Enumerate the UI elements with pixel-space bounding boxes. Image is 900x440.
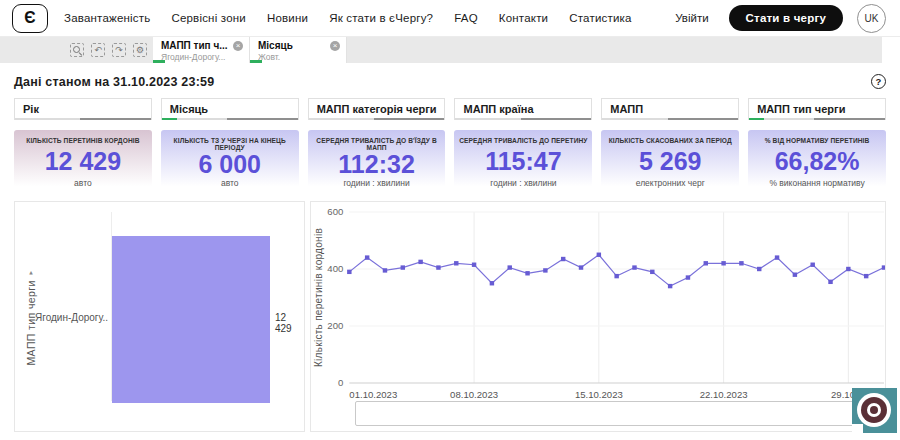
data-point-marker[interactable] [686,275,690,279]
data-point-marker[interactable] [810,263,814,267]
filter-underline-green [749,118,764,120]
filter-chip[interactable]: Місяць × Жовт. [250,37,347,63]
nav-link[interactable]: Статистика [569,12,631,24]
y-tick-label: 600 [327,206,343,217]
status-row: Дані станом на 31.10.2023 23:59 ? [0,63,900,98]
kpi-card-value: 112:32 [338,152,414,177]
bar-chart-panel: МАПП тип черги ▾ Ягодин-Дорогу... 12 429 [14,201,305,432]
kpi-card-unit: електронних черг [636,178,705,188]
kpi-card-value: 115:47 [485,149,561,174]
data-point-marker[interactable] [418,260,422,264]
data-point-marker[interactable] [525,271,529,275]
data-point-marker[interactable] [614,274,618,278]
dashboard-toolbar: ↶↷⚙ МАПП тип ч... × Ягодин-Дорогу... Міс… [0,37,882,63]
data-point-marker[interactable] [757,267,761,271]
filter-select-label: Рік [23,103,39,115]
filter-select-label: Місяць [170,103,208,115]
filter-select-3[interactable]: МАПП категорія черги [308,98,446,120]
bar-series-rect[interactable] [112,236,270,403]
data-point-marker[interactable] [472,263,476,267]
data-point-marker[interactable] [365,255,369,259]
kpi-card-title: КІЛЬКІСТЬ СКАСОВАНИХ ЗА ПЕРІОД [609,137,732,144]
login-link[interactable]: Увійти [675,12,708,24]
data-point-marker[interactable] [668,284,672,288]
x-tick-label: 01.10.2023 [349,389,397,400]
data-point-marker[interactable] [454,261,458,265]
data-point-marker[interactable] [597,253,601,257]
language-switcher[interactable]: UK [857,4,886,33]
data-point-marker[interactable] [347,270,351,274]
x-tick-label: 08.10.2023 [450,389,498,400]
close-icon[interactable]: × [233,41,243,51]
filter-chip-title: Місяць [258,40,293,51]
data-point-marker[interactable] [561,257,565,261]
filter-select-2[interactable]: Місяць [161,98,299,120]
zoom-selection-icon[interactable] [70,43,84,57]
filter-select-5[interactable]: МАПП [601,98,739,120]
nav-link[interactable]: Контакти [499,12,548,24]
line-chart-panel: 0200400600Кількість перетинів кордонів01… [310,201,886,432]
filter-select-1[interactable]: Рік [14,98,152,120]
data-point-marker[interactable] [882,265,885,269]
filter-underline-dark [374,118,445,120]
undo-icon[interactable]: ↶ [91,43,105,57]
filter-underline-dark [814,118,885,120]
data-point-marker[interactable] [436,265,440,269]
time-range-slider[interactable] [355,401,879,426]
filter-select-4[interactable]: МАПП країна [454,98,592,120]
data-point-marker[interactable] [579,265,583,269]
filter-chip-header: МАПП тип ч... × [161,40,243,51]
echerha-logo-icon[interactable]: Є [12,4,48,33]
data-point-marker[interactable] [793,273,797,277]
kpi-card-value: 5 269 [639,149,702,174]
line-series [349,255,884,286]
filter-underline-dark [227,118,298,120]
filter-underline-dark [521,118,592,120]
data-point-marker[interactable] [490,281,494,285]
data-point-marker[interactable] [846,267,850,271]
nav-link[interactable]: Новини [267,12,308,24]
nav-link[interactable]: Завантаженість [64,12,150,24]
filter-chip-header: Місяць × [258,40,340,51]
kpi-cards: КІЛЬКІСТЬ ПЕРЕТИНІВ КОРДОНІВ 12 429 авто… [0,120,900,194]
filter-underline-dark [80,118,151,120]
data-point-marker[interactable] [704,261,708,265]
help-icon[interactable]: ? [871,74,886,89]
filter-select-label: МАПП тип черги [757,103,845,115]
kpi-card: СЕРЕДНЯ ТРИВАЛІСТЬ ДО В'ЇЗДУ В МАПП 112:… [308,130,446,194]
data-point-marker[interactable] [650,270,654,274]
data-point-marker[interactable] [632,265,636,269]
filter-underline-dark [668,118,739,120]
filter-select-label: МАПП [610,103,643,115]
y-tick-label: 400 [327,263,343,274]
bar-category-label: Ягодин-Дорогу... [35,312,108,323]
data-point-marker[interactable] [383,268,387,272]
data-point-marker[interactable] [721,261,725,265]
filter-chip[interactable]: МАПП тип ч... × Ягодин-Дорогу... [153,37,250,63]
data-point-marker[interactable] [401,265,405,269]
filter-chip-title: МАПП тип ч... [161,40,228,51]
kpi-card-value: 6 000 [198,152,261,177]
data-point-marker[interactable] [775,255,779,259]
redo-icon[interactable]: ↷ [112,43,126,57]
data-point-marker[interactable] [543,268,547,272]
nav-link[interactable]: Сервісні зони [171,12,246,24]
bar-value-label: 12 429 [275,312,304,334]
data-point-marker[interactable] [508,265,512,269]
data-point-marker[interactable] [828,280,832,284]
watermark-notch [852,424,863,433]
nav-link[interactable]: FAQ [454,12,478,24]
filter-select-6[interactable]: МАПП тип черги [748,98,886,120]
kpi-card-title: КІЛЬКІСТЬ ТЗ У ЧЕРЗІ НА КІНЕЦЬ ПЕРІОДУ [164,137,296,151]
y-axis-title: Кількість перетинів кордонів [313,228,324,367]
data-point-marker[interactable] [864,274,868,278]
join-queue-button[interactable]: Стати в чергу [729,5,843,31]
nav-link[interactable]: Як стати в єЧергу? [329,12,433,24]
data-point-marker[interactable] [739,261,743,265]
kpi-card-title: СЕРЕДНЯ ТРИВАЛІСТЬ ДО В'ЇЗДУ В МАПП [311,137,443,151]
kpi-card-unit: % виконання нормативу [769,178,864,188]
close-icon[interactable]: × [330,41,340,51]
kpi-card-value: 66,82% [775,149,860,174]
settings-icon[interactable]: ⚙ [133,43,147,57]
filter-select-label: МАПП категорія черги [317,103,437,115]
